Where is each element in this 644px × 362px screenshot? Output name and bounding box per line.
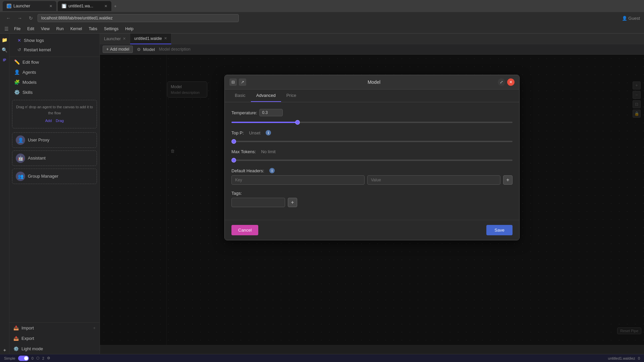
agent-card-assistant[interactable]: 🤖 Assistant [12,150,97,166]
modal-icon-1[interactable]: ⊟ [229,78,237,86]
menu-run[interactable]: Run [54,25,66,33]
key-input[interactable] [231,175,365,185]
top-p-slider[interactable] [231,141,513,142]
browser-tab-untitled[interactable]: 📄 untitled1.wa... ✕ [58,1,111,11]
max-tokens-label: Max Tokens: No limit [231,149,513,154]
add-tag-button[interactable]: + [288,198,297,207]
max-tokens-slider[interactable] [231,160,513,161]
tab-price[interactable]: Price [281,89,302,102]
tab-advanced[interactable]: Advanced [251,89,281,102]
modal-expand-button[interactable]: ⤢ [498,78,505,86]
simple-label: Simple [4,356,15,360]
menu-file[interactable]: File [11,25,23,33]
tab-label-launcher: Launcher [13,4,30,8]
top-p-label-text: Top P: [231,130,244,135]
default-headers-label: Default Headers: i [231,168,513,173]
sidebar-item-edit-flow[interactable]: ✏️ Edit flow [11,57,98,67]
agents-icon: 👤 [14,69,20,75]
value-input[interactable] [367,175,500,185]
agent-card-user-proxy[interactable]: 👤 User Proxy [12,132,97,148]
top-p-info-icon[interactable]: i [266,130,271,135]
extensions-icon[interactable]: ✦ [1,347,8,354]
temperature-input[interactable] [259,109,283,116]
launcher-tab-label: Launcher [104,37,121,41]
menu-settings[interactable]: Settings [101,25,121,33]
simple-toggle[interactable] [18,356,29,361]
import-button[interactable]: 📥 Import + [9,323,100,333]
add-header-button[interactable]: + [503,175,513,185]
user-proxy-label: User Proxy [28,137,49,142]
light-mode-button[interactable]: ⚙️ Light mode [9,344,100,354]
jupyter-body: 📁 🔍 IP ✦ ✕ Show logs ↺ Restart kernel ✏️… [0,34,644,354]
menu-kernel[interactable]: Kernel [68,25,85,33]
modal-icon-2[interactable]: ↗ [239,78,246,86]
temperature-row: Temperature: [231,109,513,124]
status-filename: untitled1.waldiez [608,356,635,360]
reload-button[interactable]: ↻ [27,15,35,21]
menu-help[interactable]: Help [122,25,136,33]
main-area: Launcher ✕ untitled1.waldie ✕ + Add mode… [100,34,644,354]
sidebar-bottom: 📥 Import + 📤 Export ⚙️ Light mode [9,322,100,354]
sidebar-item-agents[interactable]: 👤 Agents [11,67,98,77]
modal-controls: ⤢ ✕ [498,78,515,86]
skills-icon: ⚙️ [14,89,20,95]
skills-label: Skills [22,90,33,95]
tab-basic[interactable]: Basic [229,89,251,102]
model-description-label: Model description [159,47,191,52]
menu-toggle-icon[interactable]: ☰ [3,25,10,33]
status-icon-3: ⚙ [47,356,50,360]
search-icon[interactable]: 🔍 [1,46,8,54]
add-model-button[interactable]: + Add model [103,46,133,53]
modal-footer: Cancel Save [225,220,519,240]
tab-close-untitled[interactable]: ✕ [104,4,107,8]
forward-button[interactable]: → [15,15,24,21]
tab-close-launcher[interactable]: ✕ [49,4,52,8]
agents-label: Agents [22,70,36,75]
menu-view[interactable]: View [38,25,52,33]
status-count1: 0 [32,356,34,360]
edit-flow-icon: ✏️ [14,59,20,65]
ip-icon[interactable]: IP [1,56,8,64]
file-tab-launcher[interactable]: Launcher ✕ [100,34,130,44]
tab-label-untitled: untitled1.wa... [68,4,93,8]
agent-card-group-manager[interactable]: 👥 Group Manager [12,169,97,184]
show-logs-label: Show logs [24,38,44,43]
modal-overlay: ⊟ ↗ Model ⤢ ✕ Basic Advan [100,55,644,345]
status-count3: 0 [638,356,640,360]
user-proxy-icon: 👤 [16,135,25,145]
url-input[interactable]: localhost:8888/lab/tree/untitled1.waldie… [38,14,239,22]
default-headers-info-icon[interactable]: i [269,168,275,173]
untitled-tab-close[interactable]: ✕ [164,36,167,41]
menu-edit[interactable]: Edit [24,25,37,33]
modal-body: Temperature: Top P: [225,102,519,220]
default-headers-inputs: + [231,175,513,185]
sidebar-item-models[interactable]: 🧩 Models [11,77,98,87]
temperature-slider[interactable] [231,122,513,123]
back-button[interactable]: ← [4,15,13,21]
sidebar-item-skills[interactable]: ⚙️ Skills [11,87,98,97]
tag-input[interactable] [231,198,285,207]
new-tab-button[interactable]: + [113,2,118,10]
icon-rail: 📁 🔍 IP ✦ [0,34,9,354]
save-button[interactable]: Save [486,225,513,235]
max-tokens-slider-container [231,157,513,162]
file-browser-icon[interactable]: 📁 [1,36,8,44]
file-tab-untitled[interactable]: untitled1.waldie ✕ [130,34,171,44]
tab-bar: 🔵 Launcher ✕ 📄 untitled1.wa... ✕ + [0,0,644,12]
modal-close-button[interactable]: ✕ [507,78,515,86]
export-button[interactable]: 📤 Export [9,333,100,344]
cancel-button[interactable]: Cancel [231,225,258,235]
tab-favicon-launcher: 🔵 [7,4,11,8]
status-left: Simple 0 ⬡ 2 ⚙ [4,356,50,361]
assistant-label: Assistant [28,156,46,161]
show-logs-button[interactable]: ✕ Show logs [14,36,95,45]
modal-dialog: ⊟ ↗ Model ⤢ ✕ Basic Advan [224,75,520,240]
max-tokens-row: Max Tokens: No limit [231,149,513,162]
restart-kernel-button[interactable]: ↺ Restart kernel [14,45,95,54]
light-mode-icon: ⚙️ [13,346,19,351]
model-label: Model [143,47,155,52]
browser-tab-launcher[interactable]: 🔵 Launcher ✕ [3,1,56,11]
menu-tabs[interactable]: Tabs [86,25,100,33]
sidebar: ✕ Show logs ↺ Restart kernel ✏️ Edit flo… [9,34,100,354]
launcher-tab-close[interactable]: ✕ [123,37,126,41]
